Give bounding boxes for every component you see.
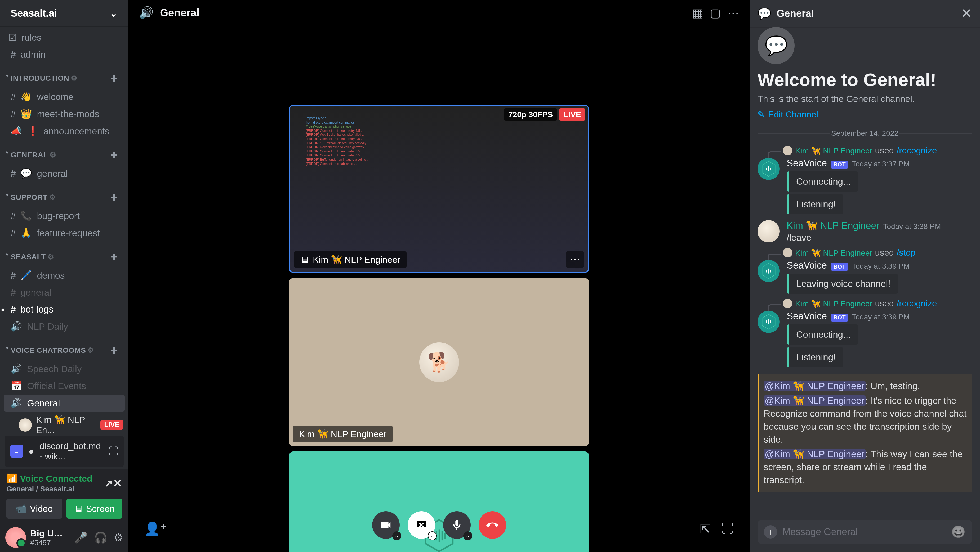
channel-official-events[interactable]: 📅Official Events (0, 378, 129, 395)
hash-icon: # (11, 168, 16, 179)
screen-share-toggle-button[interactable]: ⌄ (407, 511, 435, 539)
channel-announcements[interactable]: 📣❗announcements (0, 122, 129, 140)
screen-button[interactable]: 🖥Screen (67, 498, 123, 519)
bot-avatar[interactable] (757, 158, 780, 180)
server-name: Seasalt.ai (11, 8, 57, 19)
add-user-icon: 👤⁺ (144, 521, 167, 536)
emoji-picker-icon[interactable]: 😀 (951, 525, 966, 539)
more-icon[interactable]: ⋯ (727, 6, 739, 20)
channel-bot-logs[interactable]: ▪#bot-logs (0, 301, 129, 318)
video-tile-stream[interactable]: import asynciofrom discord.ext import co… (289, 105, 589, 273)
chat-header: 💬 General ✕ (749, 0, 980, 27)
reply-indicator: Kim 🦮 NLP Engineer used /recognize (757, 146, 972, 155)
slash-command: /stop (897, 248, 916, 258)
message-author: Kim 🦮 NLP Engineer (787, 220, 880, 231)
stream-live-badge: LIVE (559, 108, 585, 121)
channel-label: demos (37, 270, 65, 281)
video-tile-kim[interactable]: 🐕 Kim 🦮 NLP Engineer (289, 278, 589, 446)
add-channel-icon[interactable]: + (110, 249, 118, 264)
edit-channel-link[interactable]: ✎ Edit Channel (757, 109, 972, 120)
user-panel: Big Umami... #5497 🎤 🎧 ⚙ (0, 523, 129, 552)
mention[interactable]: @Kim 🦮 NLP Engineer (764, 381, 865, 391)
close-icon[interactable]: ✕ (961, 6, 972, 21)
status-embed: Listening! (787, 347, 843, 367)
speaker-icon: 🔊 (11, 321, 22, 332)
chat-scroll[interactable]: 💬 Welcome to General! This is the start … (749, 27, 980, 514)
add-channel-icon[interactable]: + (110, 71, 118, 86)
status-embed: Listening! (787, 194, 843, 214)
welcome-subtitle: This is the start of the General channel… (757, 94, 972, 104)
add-channel-icon[interactable]: + (110, 148, 118, 162)
category-introduction[interactable]: ˅ INTRODUCTION ⚙ + (0, 63, 129, 88)
camera-toggle-button[interactable]: ⌄ (372, 511, 400, 539)
category-seasalt[interactable]: ˅ SEASALT ⚙ + (0, 242, 129, 267)
voice-user-kim[interactable]: Kim 🦮 NLP En... LIVE (13, 412, 129, 433)
caret-icon[interactable]: ⌄ (428, 531, 437, 540)
channel-general-voice[interactable]: 🔊General (4, 395, 125, 412)
tile-menu-icon[interactable]: ⋯ (566, 251, 584, 268)
hash-icon: # (11, 287, 16, 298)
channel-demos[interactable]: #🖊️demos (0, 267, 129, 284)
hash-icon: # (11, 92, 16, 102)
mini-avatar (783, 248, 792, 257)
channel-admin[interactable]: # admin (0, 46, 129, 63)
screen-share-icon: 🖥 (74, 504, 83, 514)
user-avatar[interactable] (5, 527, 26, 548)
transcript-block: @Kim 🦮 NLP Engineer: Um, testing. @Kim 🦮… (757, 374, 972, 492)
channel-general-seasalt[interactable]: #general (0, 284, 129, 301)
disconnect-icon[interactable]: ↗✕ (104, 477, 122, 489)
status-embed: Connecting... (787, 171, 858, 192)
mention[interactable]: @Kim 🦮 NLP Engineer (764, 449, 865, 459)
category-support[interactable]: ˅ SUPPORT ⚙ + (0, 182, 129, 207)
transcript-line: @Kim 🦮 NLP Engineer: Um, testing. (764, 379, 967, 392)
category-voice-chatrooms[interactable]: ˅ VOICE CHATROOMS ⚙ + (0, 335, 129, 360)
voice-user-name: Kim 🦮 NLP En... (36, 414, 96, 433)
live-badge: LIVE (100, 420, 123, 430)
camera-icon: 📹 (16, 503, 27, 514)
caret-icon[interactable]: ⌄ (463, 531, 472, 540)
invite-button[interactable]: 👤⁺ (144, 521, 167, 536)
message-time: Today at 3:39 PM (852, 262, 910, 270)
focus-view-icon[interactable]: ▢ (710, 6, 721, 20)
attach-button[interactable]: + (764, 525, 777, 539)
channel-general-text[interactable]: #💬general (0, 165, 129, 182)
disconnect-button[interactable] (479, 511, 506, 539)
channel-feature-request[interactable]: #🙏feature-request (0, 224, 129, 242)
screen-icon: 🖥 (300, 255, 309, 265)
server-header[interactable]: Seasalt.ai ⌄ (0, 0, 129, 27)
bot-avatar[interactable] (757, 260, 780, 282)
hash-icon: # (11, 109, 16, 119)
activity-card[interactable]: ≡ ● discord_bot.md - wik... ⛶ (5, 436, 124, 467)
message: SeaVoice BOT Today at 3:39 PM Leaving vo… (757, 259, 972, 298)
message-input[interactable] (783, 526, 946, 538)
activity-label: discord_bot.md - wik... (40, 441, 103, 462)
channel-speech-daily[interactable]: 🔊Speech Daily (0, 360, 129, 378)
reply-author: Kim 🦮 NLP Engineer (795, 146, 872, 155)
channel-nlp-daily[interactable]: 🔊NLP Daily (0, 318, 129, 335)
screen-icon[interactable]: ⛶ (108, 446, 118, 457)
headphones-icon[interactable]: 🎧 (94, 531, 107, 544)
reply-author: Kim 🦮 NLP Engineer (795, 299, 872, 308)
settings-icon[interactable]: ⚙ (114, 531, 123, 544)
hash-icon: # (11, 49, 16, 60)
category-general[interactable]: ˅ GENERAL ⚙ + (0, 140, 129, 165)
add-channel-icon[interactable]: + (110, 190, 118, 205)
user-avatar[interactable] (757, 220, 780, 243)
popout-icon[interactable]: ⇱ (700, 521, 710, 536)
add-channel-icon[interactable]: + (110, 343, 118, 357)
calendar-icon: 📅 (11, 381, 22, 391)
date-divider: September 14, 2022 (757, 129, 972, 138)
mic-toggle-button[interactable]: ⌄ (443, 511, 471, 539)
mic-icon[interactable]: 🎤 (75, 531, 88, 544)
channel-welcome[interactable]: #👋welcome (0, 88, 129, 105)
grid-view-icon[interactable]: ▦ (692, 6, 703, 20)
voice-channel-path: General / Seasalt.ai (6, 485, 92, 493)
mention[interactable]: @Kim 🦮 NLP Engineer (764, 395, 865, 406)
fullscreen-icon[interactable]: ⛶ (721, 521, 734, 536)
channel-meet-the-mods[interactable]: #👑meet-the-mods (0, 105, 129, 122)
video-button[interactable]: 📹Video (6, 498, 62, 519)
channel-rules[interactable]: ☑ rules (0, 29, 129, 46)
caret-icon[interactable]: ⌄ (392, 531, 401, 540)
bot-avatar[interactable] (757, 311, 780, 333)
channel-bug-report[interactable]: #📞bug-report (0, 207, 129, 224)
